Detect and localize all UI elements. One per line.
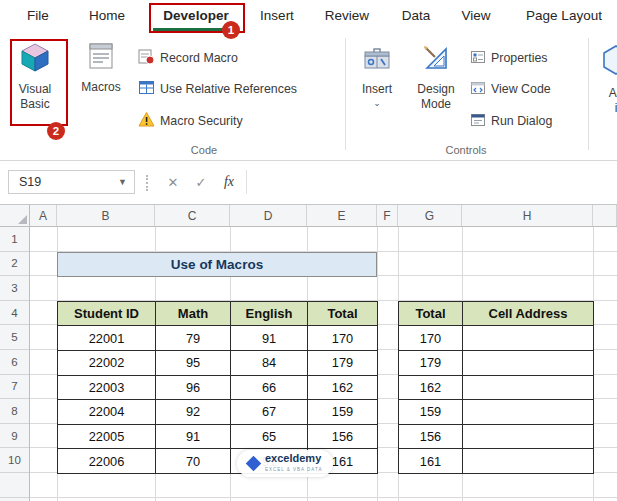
formula-input[interactable] [248, 170, 617, 194]
design-mode-button[interactable]: Design Mode [408, 36, 464, 112]
table2-address-cell[interactable] [463, 351, 594, 376]
insert-dropdown-chevron-icon[interactable]: ⌄ [373, 99, 381, 108]
enter-icon[interactable]: ✓ [188, 170, 214, 194]
row-header-8[interactable]: 8 [0, 399, 29, 424]
table2-address-cell[interactable] [463, 449, 594, 474]
relative-references-icon [138, 79, 155, 99]
row-header-10[interactable]: 10 [0, 448, 29, 473]
tab-file[interactable]: File [20, 0, 56, 31]
table2-total-cell[interactable]: 170 [399, 326, 463, 351]
column-header-partial[interactable] [593, 205, 617, 226]
tab-home[interactable]: Home [86, 0, 128, 31]
table1-cell[interactable]: 22003 [58, 376, 156, 401]
table1-cell[interactable]: 22001 [58, 326, 156, 351]
table1-cell[interactable]: 22004 [58, 400, 156, 425]
row-header-9[interactable]: 9 [0, 424, 29, 449]
column-header-D[interactable]: D [230, 205, 307, 226]
table1-cell[interactable]: 92 [156, 400, 231, 425]
table1-cell[interactable]: 65 [231, 425, 308, 450]
table2-header[interactable]: Cell Address [463, 302, 594, 327]
table2-total-cell[interactable]: 159 [399, 400, 463, 425]
column-header-E[interactable]: E [307, 205, 377, 226]
cancel-icon[interactable]: ✕ [160, 170, 186, 194]
column-header-B[interactable]: B [57, 205, 155, 226]
table1-cell[interactable]: 84 [231, 351, 308, 376]
table1-header[interactable]: Student ID [58, 302, 156, 327]
exceldemy-watermark: exceldemy EXCEL & VBA DATA [237, 450, 333, 477]
macros-button[interactable]: Macros [74, 34, 128, 95]
table1-cell[interactable]: 170 [308, 326, 378, 351]
table2-address-cell[interactable] [463, 326, 594, 351]
use-relative-references-button[interactable]: Use Relative References [138, 78, 297, 100]
properties-button[interactable]: Properties [470, 47, 547, 69]
tab-page-layout[interactable]: Page Layout [518, 0, 610, 31]
macros-icon [86, 41, 116, 75]
row-header-7[interactable]: 7 [0, 375, 29, 400]
table1-cell[interactable]: 22005 [58, 425, 156, 450]
macro-security-label: Macro Security [160, 114, 243, 128]
table1-cell[interactable]: 96 [156, 376, 231, 401]
column-header-C[interactable]: C [155, 205, 230, 226]
table1-cell[interactable]: 91 [156, 425, 231, 450]
tab-data[interactable]: Data [398, 0, 434, 31]
row-header-4[interactable]: 4 [0, 301, 29, 326]
table1-header[interactable]: English [231, 302, 308, 327]
table2-total-cell[interactable]: 161 [399, 449, 463, 474]
table2-address-cell[interactable] [463, 400, 594, 425]
row-headers: 12345678910 [0, 227, 30, 501]
table1-cell[interactable]: 22002 [58, 351, 156, 376]
column-header-F[interactable]: F [377, 205, 398, 226]
table1-cell[interactable]: 22006 [58, 449, 156, 474]
table1-cell[interactable]: 95 [156, 351, 231, 376]
visual-basic-label-1: Visual [19, 82, 51, 97]
run-dialog-button[interactable]: Run Dialog [470, 110, 552, 132]
table1-cell[interactable]: 66 [231, 376, 308, 401]
row-header-2[interactable]: 2 [0, 252, 29, 277]
row-header-3[interactable]: 3 [0, 276, 29, 301]
table1-cell[interactable]: 162 [308, 376, 378, 401]
name-box-chevron-icon[interactable]: ▼ [118, 177, 134, 187]
column-header-A[interactable]: A [30, 205, 57, 226]
tab-view[interactable]: View [458, 0, 494, 31]
formula-bar-drag-handle[interactable] [146, 175, 148, 191]
table1-cell[interactable]: 156 [308, 425, 378, 450]
table1-cell[interactable]: 79 [156, 326, 231, 351]
insert-controls-button[interactable]: Insert ⌄ [352, 36, 402, 108]
group-separator-2 [588, 38, 589, 150]
macro-security-button[interactable]: Macro Security [138, 110, 243, 132]
insert-function-icon[interactable]: fx [216, 170, 242, 194]
tab-review[interactable]: Review [324, 0, 370, 31]
table1-cell[interactable]: 67 [231, 400, 308, 425]
table2-address-cell[interactable] [463, 425, 594, 450]
record-macro-icon [138, 48, 155, 68]
table2-address-cell[interactable] [463, 376, 594, 401]
select-all-button[interactable] [0, 205, 30, 227]
table2-total-cell[interactable]: 179 [399, 351, 463, 376]
column-header-H[interactable]: H [462, 205, 593, 226]
table2-header[interactable]: Total [399, 302, 463, 327]
table1-cell[interactable]: 70 [156, 449, 231, 474]
record-macro-button[interactable]: Record Macro [138, 47, 238, 69]
ribbon-tab-bar: File Home Developer Insert Review Data V… [0, 0, 617, 32]
table1-header[interactable]: Total [308, 302, 378, 327]
table1-cell[interactable]: 179 [308, 351, 378, 376]
table1-cell[interactable]: 91 [231, 326, 308, 351]
properties-icon [470, 49, 486, 68]
tab-insert[interactable]: Insert [256, 0, 298, 31]
table2-total-cell[interactable]: 162 [399, 376, 463, 401]
table1-cell[interactable]: 159 [308, 400, 378, 425]
view-code-button[interactable]: View Code [470, 78, 551, 100]
visual-basic-button[interactable]: Visual Basic [6, 34, 64, 112]
row-header-partial[interactable] [0, 473, 29, 498]
row-header-6[interactable]: 6 [0, 350, 29, 375]
column-header-G[interactable]: G [398, 205, 462, 226]
name-box[interactable]: S19 ▼ [8, 170, 135, 194]
view-code-label: View Code [491, 82, 551, 96]
title-cell[interactable]: Use of Macros [57, 252, 377, 278]
table1-header[interactable]: Math [156, 302, 231, 327]
row-header-1[interactable]: 1 [0, 227, 29, 252]
visual-basic-icon [19, 41, 51, 77]
table2-total-cell[interactable]: 156 [399, 425, 463, 450]
row-header-5[interactable]: 5 [0, 325, 29, 350]
add-ins-button[interactable]: Ad i [596, 36, 617, 116]
